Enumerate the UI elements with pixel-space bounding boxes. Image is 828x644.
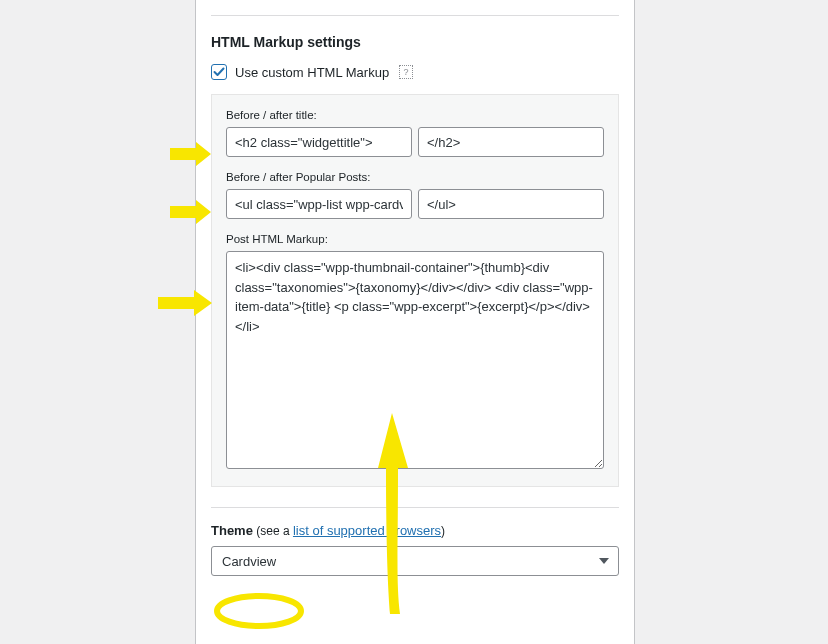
theme-row: Theme (see a list of supported browsers) (211, 523, 619, 538)
help-icon[interactable]: ? (399, 65, 413, 79)
theme-note-prefix: (see a (253, 524, 293, 538)
before-title-input[interactable] (226, 127, 412, 157)
divider (211, 507, 619, 508)
theme-label: Theme (211, 523, 253, 538)
post-markup-textarea[interactable] (226, 251, 604, 469)
checkbox-row: Use custom HTML Markup ? (211, 64, 619, 80)
divider (211, 15, 619, 16)
after-title-input[interactable] (418, 127, 604, 157)
before-popular-input[interactable] (226, 189, 412, 219)
supported-browsers-link[interactable]: list of supported browsers (293, 523, 441, 538)
widget-settings-panel: HTML Markup settings Use custom HTML Mar… (195, 0, 635, 644)
use-custom-markup-checkbox[interactable] (211, 64, 227, 80)
theme-note-suffix: ) (441, 524, 445, 538)
check-icon (213, 66, 225, 78)
before-after-title-label: Before / after title: (226, 109, 604, 121)
before-after-popular-label: Before / after Popular Posts: (226, 171, 604, 183)
theme-select-wrap: Cardview (211, 546, 619, 576)
theme-select[interactable]: Cardview (211, 546, 619, 576)
post-markup-label: Post HTML Markup: (226, 233, 604, 245)
section-title: HTML Markup settings (211, 34, 619, 50)
checkbox-label: Use custom HTML Markup (235, 65, 389, 80)
after-popular-input[interactable] (418, 189, 604, 219)
settings-box: Before / after title: Before / after Pop… (211, 94, 619, 487)
